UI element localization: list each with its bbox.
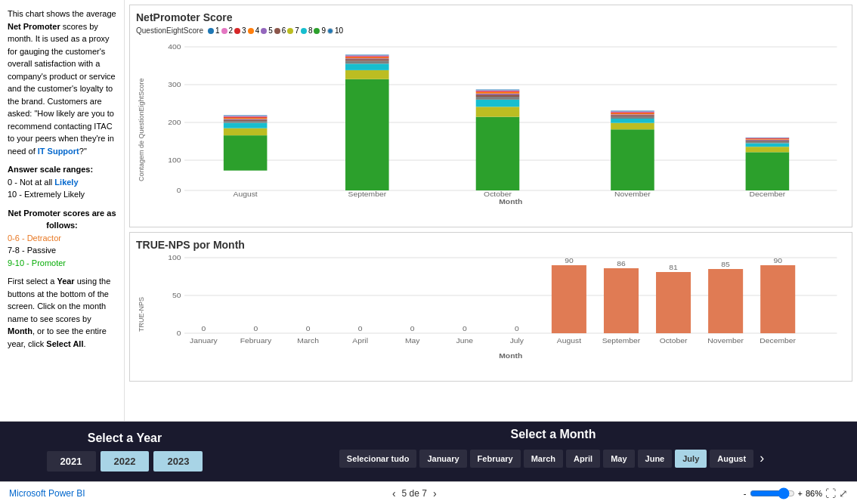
brand-link[interactable]: Microsoft Power BI xyxy=(9,488,85,499)
svg-rect-52 xyxy=(611,111,654,112)
svg-rect-56 xyxy=(746,143,790,147)
svg-text:September: September xyxy=(348,190,387,198)
legend-8: 8 xyxy=(301,26,313,35)
svg-rect-26 xyxy=(345,58,389,59)
svg-rect-18 xyxy=(224,116,268,117)
svg-text:100: 100 xyxy=(168,254,181,261)
svg-text:0: 0 xyxy=(463,325,467,332)
top-area: This chart shows the average Net Promote… xyxy=(0,0,857,421)
charts-area: NetPromoter Score QuestionEightScore 1 2… xyxy=(125,0,857,421)
svg-rect-95 xyxy=(708,269,743,333)
month-february-button[interactable]: February xyxy=(470,450,521,468)
svg-text:0: 0 xyxy=(306,325,311,332)
main-container: This chart shows the average Net Promote… xyxy=(0,0,857,504)
nps-detractor: 0-6 - Detractor xyxy=(8,232,116,245)
month-buttons: Selecionar tudo January February March A… xyxy=(339,447,767,469)
true-nps-y-label: TRUE-NPS xyxy=(136,254,147,375)
year-2022-button[interactable]: 2022 xyxy=(101,451,150,472)
svg-text:0: 0 xyxy=(410,325,415,332)
svg-rect-29 xyxy=(345,55,389,56)
svg-text:200: 200 xyxy=(168,119,181,126)
zoom-slider[interactable] xyxy=(750,487,795,499)
svg-rect-43 xyxy=(611,129,654,190)
month-may-button[interactable]: May xyxy=(603,450,634,468)
footer-nav: ‹ 5 de 7 › xyxy=(392,487,437,499)
svg-text:September: September xyxy=(602,337,641,345)
svg-text:85: 85 xyxy=(721,261,730,268)
legend-9: 9 xyxy=(314,26,326,35)
svg-rect-86 xyxy=(552,265,586,333)
svg-text:300: 300 xyxy=(168,81,181,88)
svg-rect-17 xyxy=(224,116,268,117)
svg-text:0: 0 xyxy=(177,187,181,194)
year-2023-button[interactable]: 2023 xyxy=(153,451,203,472)
svg-rect-32 xyxy=(476,117,520,190)
nps-passive: 7-8 - Passive xyxy=(8,244,116,257)
svg-rect-98 xyxy=(760,265,795,333)
legend-2: 2 xyxy=(221,26,234,35)
fullscreen-icon[interactable]: ⛶ xyxy=(825,487,836,499)
svg-rect-46 xyxy=(611,116,654,119)
svg-rect-55 xyxy=(746,147,790,152)
next-page-button[interactable]: › xyxy=(433,487,437,499)
svg-rect-22 xyxy=(345,70,389,79)
prev-page-button[interactable]: ‹ xyxy=(392,487,396,499)
zoom-plus[interactable]: + xyxy=(798,489,803,498)
svg-text:0: 0 xyxy=(515,325,519,332)
svg-rect-48 xyxy=(611,114,654,115)
svg-rect-89 xyxy=(604,268,639,333)
svg-rect-33 xyxy=(476,107,520,116)
legend-10: 10 xyxy=(327,26,343,35)
svg-rect-61 xyxy=(746,138,790,139)
month-august-button[interactable]: August xyxy=(710,450,753,468)
month-select-title: Select a Month xyxy=(511,428,596,441)
svg-text:December: December xyxy=(760,337,797,345)
legend-6: 6 xyxy=(274,26,286,35)
svg-rect-38 xyxy=(476,92,520,94)
svg-text:86: 86 xyxy=(617,260,626,267)
nps-chart-title: NetPromoter Score xyxy=(136,11,846,23)
svg-rect-92 xyxy=(656,272,691,333)
y-axis-label: Contagem de QuestionEightScore xyxy=(136,39,147,221)
month-january-button[interactable]: January xyxy=(419,450,466,468)
month-march-button[interactable]: March xyxy=(524,450,563,468)
answer-0: 0 - Not at all Likely xyxy=(8,176,116,189)
bottom-area: Select a Year 2021 2022 2023 Select a Mo… xyxy=(0,421,857,481)
true-nps-inner: 100 50 0 0 January xyxy=(150,254,846,375)
nps-scores-section: Net Promoter scores are as follows: 0-6 … xyxy=(8,207,116,270)
svg-text:November: November xyxy=(614,190,651,198)
svg-text:November: November xyxy=(707,337,744,345)
svg-rect-59 xyxy=(746,140,790,141)
month-july-button[interactable]: July xyxy=(675,450,707,468)
month-next-arrow[interactable]: › xyxy=(756,447,767,469)
svg-rect-39 xyxy=(476,91,520,91)
page-indicator: 5 de 7 xyxy=(402,488,427,499)
svg-rect-44 xyxy=(611,123,654,130)
answer-scale-section: Answer scale ranges: 0 - Not at all Like… xyxy=(8,163,116,201)
nps-scores-title: Net Promoter scores are as follows: xyxy=(8,207,116,232)
svg-rect-24 xyxy=(345,61,389,64)
month-april-button[interactable]: April xyxy=(566,450,600,468)
nps-chart-section: NetPromoter Score QuestionEightScore 1 2… xyxy=(129,5,852,227)
true-nps-svg: 100 50 0 0 January xyxy=(150,254,846,367)
expand-icon[interactable]: ⤢ xyxy=(839,487,848,499)
svg-rect-10 xyxy=(224,135,268,171)
legend-7: 7 xyxy=(287,26,299,35)
nps-promoter: 9-10 - Promoter xyxy=(8,257,116,270)
select-all-button[interactable]: Selecionar tudo xyxy=(339,450,417,468)
svg-rect-13 xyxy=(224,121,268,122)
svg-text:August: August xyxy=(557,337,582,345)
svg-rect-16 xyxy=(224,118,268,119)
sidebar: This chart shows the average Net Promote… xyxy=(0,0,125,421)
svg-rect-51 xyxy=(611,111,654,112)
chart-legend: QuestionEightScore 1 2 3 4 5 6 7 8 9 10 xyxy=(136,26,846,35)
svg-rect-50 xyxy=(611,112,654,113)
svg-rect-30 xyxy=(345,54,389,55)
svg-text:May: May xyxy=(405,337,420,345)
bar-chart-wrapper: Contagem de QuestionEightScore xyxy=(136,39,846,221)
year-buttons: 2021 2022 2023 xyxy=(47,451,203,472)
month-june-button[interactable]: June xyxy=(638,450,673,468)
year-2021-button[interactable]: 2021 xyxy=(47,451,96,472)
zoom-minus[interactable]: - xyxy=(744,489,747,498)
svg-rect-40 xyxy=(476,90,520,91)
